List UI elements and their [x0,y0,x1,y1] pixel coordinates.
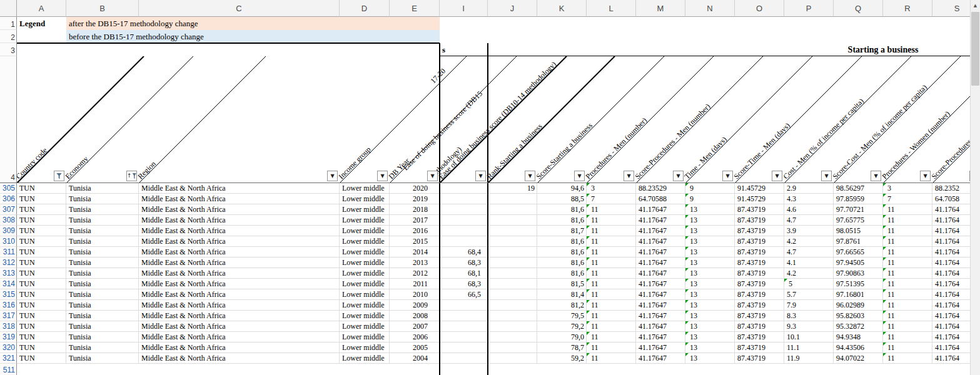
cell-C305[interactable]: Middle East & North Africa [139,183,340,193]
cell-K313[interactable]: 81,6 [537,268,587,278]
cell-D314[interactable]: Lower middle [340,279,390,289]
cell-O315[interactable]: 87.43719 [735,289,784,299]
cell-Q308[interactable]: 97.65775 [834,215,883,225]
legend-after-cell[interactable]: after the DB15-17 methodology change [66,17,440,30]
cell-R312[interactable]: 11 [883,258,932,268]
column-header-I[interactable]: I [440,0,488,17]
row-header-2[interactable]: 2 [0,30,17,43]
filter-button-M[interactable]: ▼ [673,171,684,181]
scrollbar-thumb[interactable] [971,12,979,86]
cell-B312[interactable]: Tunisia [66,258,139,268]
cell-Q309[interactable]: 98.0515 [834,226,883,236]
row-header-319[interactable]: 319 [0,332,17,342]
cell-L308[interactable]: 11 [587,215,636,225]
cell-C316[interactable]: Middle East & North Africa [139,300,340,310]
cell-P315[interactable]: 5.7 [784,289,834,299]
cell-K319[interactable]: 79,0 [537,332,587,342]
row-header-317[interactable]: 317 [0,311,17,321]
column-header-E[interactable]: E [390,0,440,17]
cell-D311[interactable]: Lower middle [340,247,390,257]
cell-A312[interactable]: TUN [17,258,66,268]
row-header-312[interactable]: 312 [0,258,17,268]
cell-N318[interactable]: 13 [685,321,735,331]
cell-I317[interactable] [440,311,488,321]
cell-E307[interactable]: 2018 [390,204,440,214]
cell-P319[interactable]: 10.1 [784,332,834,342]
cell-J309[interactable] [488,226,537,236]
cell-J311[interactable] [488,247,537,257]
cell-D306[interactable]: Lower middle [340,194,390,204]
cell-O311[interactable]: 87.43719 [735,247,784,257]
cell-Q317[interactable]: 95.82603 [834,311,883,321]
cell-P308[interactable]: 4.7 [784,215,834,225]
cell-N314[interactable]: 13 [685,279,735,289]
row-header-316[interactable]: 316 [0,300,17,311]
cell-J308[interactable] [488,215,537,225]
filter-button-N[interactable]: ▼ [722,171,733,181]
cell-R309[interactable]: 11 [883,226,932,236]
cell-R316[interactable]: 11 [883,300,932,310]
cell-O309[interactable]: 87.43719 [735,226,784,236]
row-header-3[interactable]: 3 [0,43,17,56]
cell-P316[interactable]: 7.9 [784,300,834,310]
cell-D316[interactable]: Lower middle [340,300,390,310]
cell-B311[interactable]: Tunisia [66,247,139,257]
cell-E317[interactable]: 2008 [390,311,440,321]
cell-M312[interactable]: 41.17647 [636,258,685,268]
cell-C312[interactable]: Middle East & North Africa [139,258,340,268]
cell-R318[interactable]: 11 [883,321,932,331]
cell-E319[interactable]: 2006 [390,332,440,342]
cell-R319[interactable]: 11 [883,332,932,342]
cell-D307[interactable]: Lower middle [340,204,390,214]
cell-M313[interactable]: 41.17647 [636,268,685,278]
cell-P318[interactable]: 9.3 [784,321,834,331]
column-header-A[interactable]: A [17,0,66,17]
cell-M309[interactable]: 41.17647 [636,226,685,236]
cell-L312[interactable]: 11 [587,258,636,268]
column-header-J[interactable]: J [488,0,537,17]
cell-E305[interactable]: 2020 [390,183,440,193]
cell-E321[interactable]: 2004 [390,353,440,363]
cell-P314[interactable]: 5 [784,279,834,289]
cell-M318[interactable]: 41.17647 [636,321,685,331]
cell-R317[interactable]: 11 [883,311,932,321]
cell-O317[interactable]: 87.43719 [735,311,784,321]
row-header-308[interactable]: 308 [0,215,17,226]
cell-P307[interactable]: 4.6 [784,204,834,214]
cell-O310[interactable]: 87.43719 [735,236,784,246]
cell-E306[interactable]: 2019 [390,194,440,204]
cell-O314[interactable]: 87.43719 [735,279,784,289]
cell-E315[interactable]: 2010 [390,289,440,299]
cell-K315[interactable]: 81,4 [537,289,587,299]
cell-O316[interactable]: 87.43719 [735,300,784,310]
cell-K305[interactable]: 94,6 [537,183,587,193]
cell-C317[interactable]: Middle East & North Africa [139,311,340,321]
cell-E318[interactable]: 2007 [390,321,440,331]
cell-J316[interactable] [488,300,537,310]
cell-A307[interactable]: TUN [17,204,66,214]
cell-N310[interactable]: 13 [685,236,735,246]
row-header-306[interactable]: 306 [0,194,17,204]
cell-D312[interactable]: Lower middle [340,258,390,268]
cell-Q305[interactable]: 98.56297 [834,183,883,193]
filter-button-I[interactable]: ▼ [475,171,486,181]
cell-M320[interactable]: 41.17647 [636,342,685,352]
cell-I315[interactable]: 66,5 [440,289,488,299]
cell-R311[interactable]: 11 [883,247,932,257]
cell-I313[interactable]: 68,1 [440,268,488,278]
cell-Q316[interactable]: 96.02989 [834,300,883,310]
cell-R321[interactable]: 11 [883,353,932,363]
cell-I321[interactable] [440,353,488,363]
cell-J313[interactable] [488,268,537,278]
cell-J305[interactable]: 19 [488,183,537,193]
cell-C319[interactable]: Middle East & North Africa [139,332,340,342]
column-header-Q[interactable]: Q [834,0,883,17]
cell-K306[interactable]: 88,5 [537,194,587,204]
cell-L320[interactable]: 11 [587,342,636,352]
cell-E309[interactable]: 2016 [390,226,440,236]
row-header-307[interactable]: 307 [0,204,17,215]
row-header-320[interactable]: 320 [0,342,17,353]
row-header-309[interactable]: 309 [0,226,17,236]
cell-J310[interactable] [488,236,537,246]
filter-button-O[interactable]: ▼ [772,171,782,181]
